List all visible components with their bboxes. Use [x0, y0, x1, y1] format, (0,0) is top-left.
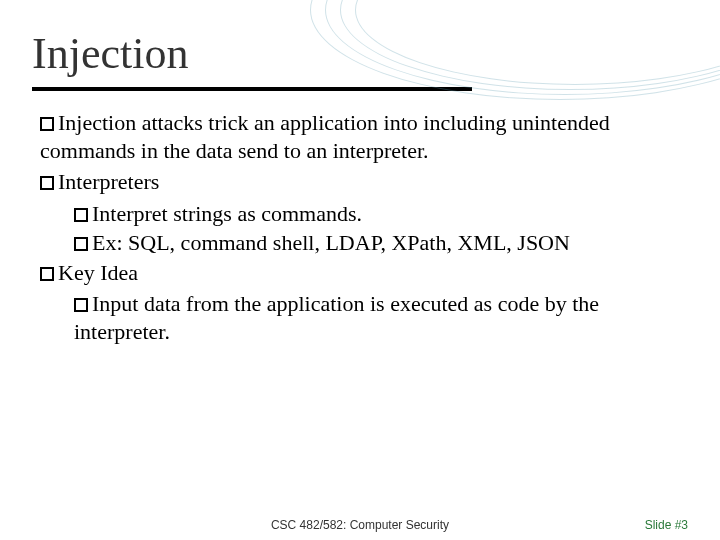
bullet-text: Interpret strings as commands.	[92, 201, 362, 226]
bullet-key-idea-detail: Input data from the application is execu…	[36, 290, 684, 345]
square-bullet-icon	[74, 298, 88, 312]
bullet-text: Ex: SQL, command shell, LDAP, XPath, XML…	[92, 230, 570, 255]
square-bullet-icon	[40, 117, 54, 131]
slide-content: Injection attacks trick an application i…	[0, 109, 720, 345]
bullet-text: Interpreters	[58, 169, 159, 194]
bullet-text: Injection attacks trick an application i…	[40, 110, 610, 163]
slide-title: Injection	[0, 0, 720, 87]
bullet-key-idea: Key Idea	[36, 259, 684, 287]
bullet-examples: Ex: SQL, command shell, LDAP, XPath, XML…	[36, 229, 684, 257]
bullet-interpreters: Interpreters	[36, 168, 684, 196]
square-bullet-icon	[74, 208, 88, 222]
bullet-injection-def: Injection attacks trick an application i…	[36, 109, 684, 164]
square-bullet-icon	[40, 267, 54, 281]
footer-slide-number: Slide #3	[645, 518, 688, 532]
title-underline	[32, 87, 472, 91]
bullet-text: Key Idea	[58, 260, 138, 285]
bullet-interpret-strings: Interpret strings as commands.	[36, 200, 684, 228]
square-bullet-icon	[40, 176, 54, 190]
bullet-text: Input data from the application is execu…	[74, 291, 599, 344]
footer-course: CSC 482/582: Computer Security	[271, 518, 449, 532]
square-bullet-icon	[74, 237, 88, 251]
